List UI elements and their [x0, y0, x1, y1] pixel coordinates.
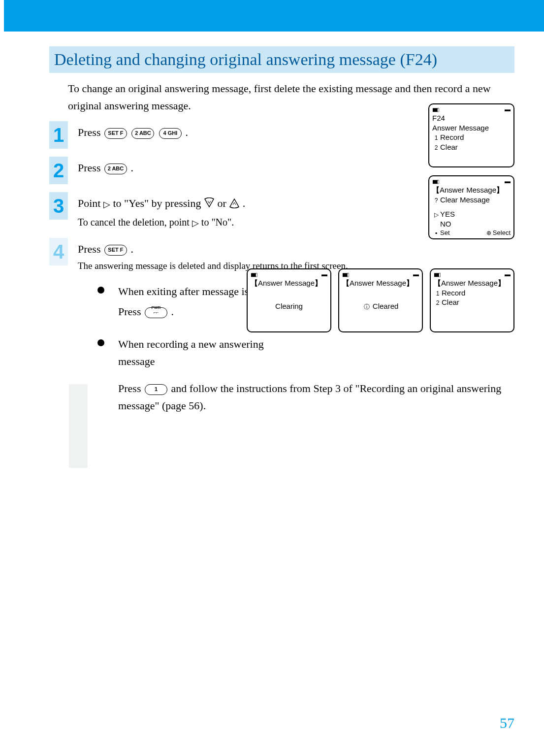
key-4-icon: 4 GHI [159, 128, 182, 139]
signal-icon [432, 106, 438, 112]
step-3-text-pre: Point [78, 197, 103, 209]
bullet-record-new: When recording a new answering message [97, 335, 514, 370]
info-icon: ⓘ [363, 303, 371, 311]
set-key-icon: SET F [104, 128, 127, 139]
screen1-line2: Answer Message [432, 123, 511, 133]
battery-icon [505, 106, 511, 112]
step-4-text-pre: Press [78, 243, 103, 255]
cursor-right-icon: ▷ [103, 198, 110, 211]
step-2-text-pre: Press [78, 162, 103, 174]
bullet-1-sub-post: . [171, 305, 174, 318]
menu-2-icon: 2 [434, 299, 442, 307]
screen5-title: Answer Message [441, 279, 498, 287]
cursor-right-icon: ▷ [192, 217, 199, 230]
bullet-dot-icon [97, 287, 104, 294]
step-3-text-post: . [243, 197, 246, 209]
step-3-sub-post: to "No". [201, 217, 234, 228]
step-2-text-post: . [130, 162, 133, 174]
screen2-select: Select [493, 229, 511, 236]
menu-1-icon: 1 [434, 290, 442, 298]
step-number-4: 4 [49, 238, 68, 265]
continuation-pre: Press [118, 382, 144, 394]
down-key-icon [204, 197, 215, 213]
bullet-dot-icon [97, 339, 104, 346]
screen1-line4: Clear [440, 143, 458, 151]
screen2-no: NO [432, 219, 511, 229]
screen2-line2: Clear Message [440, 196, 490, 204]
battery-icon [321, 271, 327, 277]
signal-icon [434, 271, 440, 277]
step-number-3: 3 [49, 192, 68, 220]
lcd-screen-confirm: 【Answer Message】 ?Clear Message ▷YES NO … [428, 175, 514, 239]
set-key-icon: SET F [104, 245, 127, 256]
battery-icon [413, 271, 419, 277]
step-3-mid1: to "Yes" by pressing [113, 197, 203, 209]
continuation-post: and follow the instructions from Step 3 … [118, 382, 501, 412]
step-number-1: 1 [49, 121, 68, 149]
question-icon: ? [432, 197, 440, 205]
lcd-screen-clearing: 【Answer Message】 Clearing [247, 268, 331, 332]
select-indicator-icon: ⊕ [485, 230, 493, 236]
pwr-key-icon: PWR ⌐⌐ [145, 307, 167, 318]
signal-icon [342, 271, 348, 277]
cursor-right-icon: ▷ [432, 211, 440, 219]
step-1-text-pre: Press [78, 126, 103, 138]
screen1-line1: F24 [432, 113, 511, 123]
bullet-2-heading: When recording a new answering message [118, 335, 286, 370]
bullet-2-continuation: Press 1 and follow the instructions from… [118, 380, 502, 414]
screen4-body: Cleared [373, 302, 399, 310]
up-key-icon [229, 197, 240, 213]
section-title: Deleting and changing original answering… [49, 46, 514, 73]
key-2-icon: 2 ABC [131, 128, 154, 139]
menu-2-icon: 2 [432, 144, 440, 152]
menu-1-icon: 1 [432, 134, 440, 142]
header-bar [4, 0, 544, 32]
battery-icon [505, 271, 511, 277]
lcd-screen-menu-again: 【Answer Message】 1Record 2Clear [430, 268, 514, 332]
step-stub [69, 384, 88, 468]
step-3-sub-pre: To cancel the deletion, point [78, 217, 192, 228]
signal-icon [432, 178, 438, 184]
screen3-body: Clearing [251, 302, 327, 310]
screen5-line1: Record [442, 289, 465, 297]
screen3-title: Answer Message [258, 279, 315, 287]
lcd-screen-cleared: 【Answer Message】 ⓘ Cleared [338, 268, 423, 332]
step-number-2: 2 [49, 157, 68, 184]
page-number: 57 [500, 715, 514, 731]
step-1-text-post: . [185, 126, 188, 138]
screen2-yes: YES [440, 210, 455, 218]
bullet-1-sub-pre: Press [118, 305, 144, 318]
lcd-screen-f24-menu: F24 Answer Message 1Record 2Clear [428, 103, 514, 167]
step-3-mid2: or [217, 197, 229, 209]
key-2-icon: 2 ABC [104, 164, 127, 174]
battery-icon [505, 178, 511, 184]
key-1-icon: 1 [145, 384, 167, 395]
screen2-set: Set [440, 229, 450, 236]
screen4-title: Answer Message [350, 279, 406, 287]
screen5-line2: Clear [442, 298, 459, 306]
signal-icon [251, 271, 256, 277]
screen2-title: Answer Message [440, 186, 496, 194]
step-4-text-post: . [130, 243, 133, 255]
step-4: 4 Press SET F . The answering message is… [49, 238, 514, 273]
set-indicator-icon: ▪ [432, 230, 440, 236]
screen1-line3: Record [440, 133, 464, 141]
